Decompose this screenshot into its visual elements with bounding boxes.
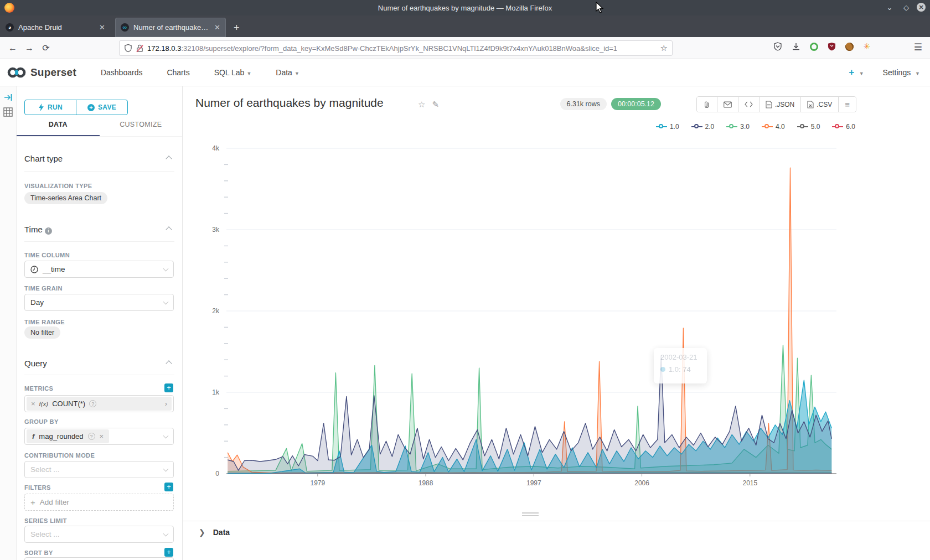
pocket-icon[interactable] <box>773 42 782 51</box>
window-maximize-button[interactable]: ◇ <box>900 3 912 12</box>
svg-text:1979: 1979 <box>311 479 326 487</box>
bookmark-star-icon[interactable]: ☆ <box>660 43 668 53</box>
extension-green-icon[interactable] <box>810 43 818 51</box>
groupby-chip[interactable]: f mag_rounded ? × <box>27 429 109 443</box>
chart-title: Numer of earthquakes by magnitude <box>195 96 384 110</box>
placeholder: Select ... <box>30 530 60 538</box>
forward-button[interactable]: → <box>21 43 38 53</box>
groupby-label: GROUP BY <box>24 418 59 425</box>
edit-pencil-icon[interactable]: ✎ <box>432 100 439 110</box>
tab-earthquakes-chart[interactable]: ∞ Numer of earthquakes by ✕ <box>115 18 226 37</box>
svg-text:0: 0 <box>215 470 219 478</box>
browser-tab-bar: ◕ Apache Druid ✕ ∞ Numer of earthquakes … <box>0 15 930 37</box>
reload-button[interactable]: ⟳ <box>38 43 54 53</box>
chevron-up-icon[interactable] <box>166 360 172 366</box>
file-csv-icon <box>807 101 814 108</box>
add-filter-plus-button[interactable]: + <box>164 483 173 491</box>
pinwheel-extension-icon[interactable]: ✳ <box>863 42 870 51</box>
legend-marker-icon <box>726 124 737 129</box>
tab-close-icon[interactable]: ✕ <box>99 23 105 32</box>
tab-close-icon[interactable]: ✕ <box>214 23 220 32</box>
legend-label: 3.0 <box>740 123 750 131</box>
chevron-up-icon[interactable] <box>166 226 172 232</box>
legend-item-5.0[interactable]: 5.0 <box>797 123 820 131</box>
email-button[interactable] <box>717 97 738 112</box>
add-sort-button[interactable]: + <box>164 548 173 557</box>
new-item-menu[interactable]: + ▼ <box>849 67 864 78</box>
sort-by-select[interactable] <box>24 557 174 560</box>
chevron-up-icon[interactable] <box>166 155 172 162</box>
save-button[interactable]: + SAVE <box>76 100 127 115</box>
viz-type-label: VISUALIZATION TYPE <box>24 183 92 189</box>
envelope-icon <box>724 101 732 108</box>
export-csv-button[interactable]: .CSV <box>801 97 839 112</box>
tab-data[interactable]: DATA <box>17 121 100 136</box>
time-column-value: __time <box>43 265 65 273</box>
data-panel-toggle[interactable]: ❯ Data <box>199 528 230 537</box>
section-query[interactable]: Query <box>24 359 47 368</box>
downloads-icon[interactable] <box>792 42 800 51</box>
export-json-button[interactable]: .JSON <box>760 97 801 112</box>
cookie-extension-icon[interactable] <box>845 43 854 51</box>
insecure-lock-icon[interactable] <box>136 44 143 53</box>
svg-text:2k: 2k <box>212 307 220 315</box>
time-grain-select[interactable]: Day <box>24 294 174 311</box>
remove-metric-icon[interactable]: × <box>31 400 35 408</box>
url-bar[interactable]: 172.18.0.3:32108/superset/explore/?form_… <box>119 40 673 56</box>
chart-plot-area[interactable]: 01k2k3k4k19791988199720062015 2002-03-21… <box>186 133 847 492</box>
legend-item-1.0[interactable]: 1.0 <box>656 123 679 131</box>
help-icon: ? <box>88 433 95 440</box>
time-grain-value: Day <box>30 298 44 307</box>
copy-link-button[interactable] <box>697 97 717 112</box>
legend-item-3.0[interactable]: 3.0 <box>726 123 750 131</box>
run-button[interactable]: RUN <box>25 100 76 115</box>
run-save-group: RUN + SAVE <box>24 100 128 115</box>
legend-item-4.0[interactable]: 4.0 <box>762 123 785 131</box>
legend-label: 2.0 <box>705 123 715 131</box>
panel-resize-handle[interactable] <box>522 512 539 517</box>
section-time[interactable]: Time i <box>24 225 52 235</box>
expand-datasource-icon[interactable] <box>4 93 13 102</box>
window-close-button[interactable]: ✕ <box>917 3 926 12</box>
embed-code-button[interactable] <box>738 97 760 112</box>
settings-menu[interactable]: Settings ▼ <box>883 68 920 77</box>
section-chart-type[interactable]: Chart type <box>24 154 63 163</box>
chevron-right-icon[interactable]: › <box>165 400 167 408</box>
hamburger-menu-icon[interactable]: ☰ <box>914 42 922 53</box>
legend-marker-icon <box>691 124 702 129</box>
ublock-shield-icon[interactable] <box>828 42 836 51</box>
tab-apache-druid[interactable]: ◕ Apache Druid ✕ <box>0 18 111 37</box>
chart-menu-button[interactable]: ≡ <box>839 97 856 112</box>
contribution-select[interactable]: Select ... <box>24 461 174 478</box>
add-filter-box[interactable]: + Add filter <box>24 494 174 511</box>
legend-item-6.0[interactable]: 6.0 <box>832 123 855 131</box>
svg-text:1988: 1988 <box>418 479 433 487</box>
groupby-select[interactable]: f mag_rounded ? × <box>24 428 174 445</box>
chevron-down-icon <box>163 531 169 536</box>
series-limit-select[interactable]: Select ... <box>24 526 174 543</box>
dataset-grid-icon[interactable] <box>3 107 13 117</box>
placeholder: Add filter <box>40 498 69 506</box>
tab-customize[interactable]: CUSTOMIZE <box>100 121 183 136</box>
plus-icon[interactable]: + <box>849 67 854 77</box>
new-tab-button[interactable]: + <box>234 22 240 37</box>
nav-item-data[interactable]: Data▼ <box>276 68 299 77</box>
tracking-shield-icon[interactable] <box>124 44 132 53</box>
superset-logo-icon <box>7 66 27 79</box>
back-button[interactable]: ← <box>4 43 21 53</box>
time-range-pill[interactable]: No filter <box>24 326 60 339</box>
window-minimize-button[interactable]: ⌄ <box>884 3 896 12</box>
nav-item-sql-lab[interactable]: SQL Lab▼ <box>214 68 252 77</box>
time-column-label: TIME COLUMN <box>24 252 70 258</box>
svg-text:3k: 3k <box>212 226 220 234</box>
metric-chip[interactable]: × f(x) COUNT(*) ? › <box>27 397 172 411</box>
superset-brand[interactable]: Superset <box>7 66 76 79</box>
nav-item-dashboards[interactable]: Dashboards <box>101 68 143 77</box>
nav-item-charts[interactable]: Charts <box>167 68 189 77</box>
add-metric-button[interactable]: + <box>164 383 173 392</box>
legend-item-2.0[interactable]: 2.0 <box>691 123 715 131</box>
time-column-select[interactable]: __time <box>24 261 174 278</box>
viz-type-pill[interactable]: Time-series Area Chart <box>24 192 107 204</box>
favorite-star-icon[interactable]: ☆ <box>418 100 425 110</box>
remove-groupby-icon[interactable]: × <box>100 432 104 440</box>
